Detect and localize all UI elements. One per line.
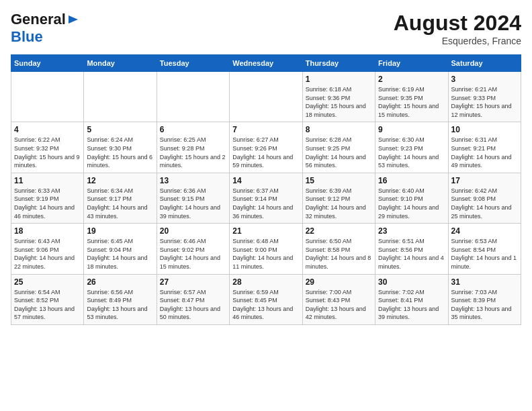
day-info: Sunrise: 6:48 AM Sunset: 9:00 PM Dayligh… bbox=[232, 237, 299, 271]
table-row: 20Sunrise: 6:46 AM Sunset: 9:02 PM Dayli… bbox=[157, 224, 229, 274]
day-number: 26 bbox=[87, 277, 153, 287]
day-number: 24 bbox=[451, 226, 518, 236]
logo-arrow-icon bbox=[67, 13, 79, 26]
day-info: Sunrise: 6:53 AM Sunset: 8:54 PM Dayligh… bbox=[451, 237, 518, 271]
day-info: Sunrise: 6:30 AM Sunset: 9:23 PM Dayligh… bbox=[378, 136, 445, 169]
table-row: 15Sunrise: 6:39 AM Sunset: 9:12 PM Dayli… bbox=[302, 173, 375, 223]
table-row: 11Sunrise: 6:33 AM Sunset: 9:19 PM Dayli… bbox=[11, 173, 84, 223]
day-info: Sunrise: 6:22 AM Sunset: 9:32 PM Dayligh… bbox=[14, 136, 81, 169]
table-row: 3Sunrise: 6:21 AM Sunset: 9:33 PM Daylig… bbox=[448, 72, 521, 122]
day-number: 23 bbox=[378, 226, 445, 236]
table-row: 19Sunrise: 6:45 AM Sunset: 9:04 PM Dayli… bbox=[84, 224, 157, 274]
day-info: Sunrise: 7:03 AM Sunset: 8:39 PM Dayligh… bbox=[451, 288, 518, 322]
table-row: 14Sunrise: 6:37 AM Sunset: 9:14 PM Dayli… bbox=[230, 173, 302, 223]
day-number: 20 bbox=[160, 226, 226, 236]
day-number: 7 bbox=[232, 125, 299, 134]
table-row: 5Sunrise: 6:24 AM Sunset: 9:30 PM Daylig… bbox=[84, 122, 157, 173]
logo-text-blue: Blue bbox=[11, 28, 43, 45]
col-friday: Friday bbox=[375, 55, 448, 72]
day-number: 10 bbox=[451, 125, 518, 134]
day-number: 11 bbox=[14, 176, 81, 185]
col-saturday: Saturday bbox=[448, 55, 521, 72]
calendar-table: Sunday Monday Tuesday Wednesday Thursday… bbox=[11, 54, 521, 325]
table-row: 8Sunrise: 6:28 AM Sunset: 9:25 PM Daylig… bbox=[302, 122, 375, 173]
table-row: 25Sunrise: 6:54 AM Sunset: 8:52 PM Dayli… bbox=[11, 274, 84, 324]
day-number: 29 bbox=[306, 277, 372, 287]
table-row: 21Sunrise: 6:48 AM Sunset: 9:00 PM Dayli… bbox=[230, 224, 302, 274]
day-info: Sunrise: 6:28 AM Sunset: 9:25 PM Dayligh… bbox=[306, 136, 372, 169]
day-number: 16 bbox=[378, 176, 445, 185]
day-number: 18 bbox=[14, 226, 81, 236]
table-row: 26Sunrise: 6:56 AM Sunset: 8:49 PM Dayli… bbox=[84, 274, 157, 324]
table-row: 4Sunrise: 6:22 AM Sunset: 9:32 PM Daylig… bbox=[11, 122, 84, 173]
day-info: Sunrise: 6:25 AM Sunset: 9:28 PM Dayligh… bbox=[160, 136, 226, 169]
day-number: 30 bbox=[378, 277, 445, 287]
table-row: 9Sunrise: 6:30 AM Sunset: 9:23 PM Daylig… bbox=[375, 122, 448, 173]
table-row: 24Sunrise: 6:53 AM Sunset: 8:54 PM Dayli… bbox=[448, 224, 521, 274]
table-row bbox=[157, 72, 229, 122]
svg-marker-0 bbox=[69, 15, 78, 24]
day-number: 8 bbox=[306, 125, 372, 134]
calendar-week-row: 11Sunrise: 6:33 AM Sunset: 9:19 PM Dayli… bbox=[11, 173, 521, 223]
day-number: 6 bbox=[160, 125, 226, 134]
day-info: Sunrise: 6:40 AM Sunset: 9:10 PM Dayligh… bbox=[378, 187, 445, 220]
day-info: Sunrise: 6:45 AM Sunset: 9:04 PM Dayligh… bbox=[87, 237, 153, 271]
location-label: Esquerdes, France bbox=[394, 36, 521, 46]
day-number: 13 bbox=[160, 176, 226, 185]
day-number: 28 bbox=[232, 277, 299, 287]
calendar-week-row: 1Sunrise: 6:18 AM Sunset: 9:36 PM Daylig… bbox=[11, 72, 521, 122]
table-row: 23Sunrise: 6:51 AM Sunset: 8:56 PM Dayli… bbox=[375, 224, 448, 274]
day-number: 4 bbox=[14, 125, 81, 134]
table-row: 10Sunrise: 6:31 AM Sunset: 9:21 PM Dayli… bbox=[448, 122, 521, 173]
page-header: General Blue August 2024 Esquerdes, Fran… bbox=[11, 11, 521, 46]
col-sunday: Sunday bbox=[11, 55, 84, 72]
day-info: Sunrise: 6:37 AM Sunset: 9:14 PM Dayligh… bbox=[232, 187, 299, 220]
day-number: 14 bbox=[232, 176, 299, 185]
day-number: 19 bbox=[87, 226, 153, 236]
day-info: Sunrise: 6:24 AM Sunset: 9:30 PM Dayligh… bbox=[87, 136, 153, 169]
day-number: 5 bbox=[87, 125, 153, 134]
table-row: 28Sunrise: 6:59 AM Sunset: 8:45 PM Dayli… bbox=[230, 274, 302, 324]
table-row: 27Sunrise: 6:57 AM Sunset: 8:47 PM Dayli… bbox=[157, 274, 229, 324]
calendar-week-row: 18Sunrise: 6:43 AM Sunset: 9:06 PM Dayli… bbox=[11, 224, 521, 274]
day-info: Sunrise: 6:27 AM Sunset: 9:26 PM Dayligh… bbox=[232, 136, 299, 169]
table-row: 6Sunrise: 6:25 AM Sunset: 9:28 PM Daylig… bbox=[157, 122, 229, 173]
day-info: Sunrise: 6:33 AM Sunset: 9:19 PM Dayligh… bbox=[14, 187, 81, 220]
day-info: Sunrise: 6:57 AM Sunset: 8:47 PM Dayligh… bbox=[160, 288, 226, 322]
day-info: Sunrise: 6:39 AM Sunset: 9:12 PM Dayligh… bbox=[306, 187, 372, 220]
day-number: 31 bbox=[451, 277, 518, 287]
day-info: Sunrise: 6:43 AM Sunset: 9:06 PM Dayligh… bbox=[14, 237, 81, 271]
day-number: 22 bbox=[306, 226, 372, 236]
day-number: 27 bbox=[160, 277, 226, 287]
table-row: 30Sunrise: 7:02 AM Sunset: 8:41 PM Dayli… bbox=[375, 274, 448, 324]
table-row bbox=[230, 72, 302, 122]
day-number: 12 bbox=[87, 176, 153, 185]
day-info: Sunrise: 6:50 AM Sunset: 8:58 PM Dayligh… bbox=[306, 237, 372, 271]
day-number: 15 bbox=[306, 176, 372, 185]
calendar-header-row: Sunday Monday Tuesday Wednesday Thursday… bbox=[11, 55, 521, 72]
table-row bbox=[84, 72, 157, 122]
table-row: 7Sunrise: 6:27 AM Sunset: 9:26 PM Daylig… bbox=[230, 122, 302, 173]
table-row: 29Sunrise: 7:00 AM Sunset: 8:43 PM Dayli… bbox=[302, 274, 375, 324]
day-number: 1 bbox=[306, 75, 372, 84]
day-info: Sunrise: 6:59 AM Sunset: 8:45 PM Dayligh… bbox=[232, 288, 299, 322]
day-info: Sunrise: 6:19 AM Sunset: 9:35 PM Dayligh… bbox=[378, 85, 445, 119]
table-row: 12Sunrise: 6:34 AM Sunset: 9:17 PM Dayli… bbox=[84, 173, 157, 223]
day-info: Sunrise: 6:42 AM Sunset: 9:08 PM Dayligh… bbox=[451, 187, 518, 220]
day-number: 25 bbox=[14, 277, 81, 287]
table-row: 13Sunrise: 6:36 AM Sunset: 9:15 PM Dayli… bbox=[157, 173, 229, 223]
day-info: Sunrise: 6:18 AM Sunset: 9:36 PM Dayligh… bbox=[306, 85, 372, 119]
table-row bbox=[11, 72, 84, 122]
table-row: 18Sunrise: 6:43 AM Sunset: 9:06 PM Dayli… bbox=[11, 224, 84, 274]
day-number: 2 bbox=[378, 75, 445, 84]
logo-text-general: General bbox=[11, 11, 66, 28]
day-info: Sunrise: 6:54 AM Sunset: 8:52 PM Dayligh… bbox=[14, 288, 81, 322]
table-row: 1Sunrise: 6:18 AM Sunset: 9:36 PM Daylig… bbox=[302, 72, 375, 122]
day-info: Sunrise: 6:34 AM Sunset: 9:17 PM Dayligh… bbox=[87, 187, 153, 220]
day-info: Sunrise: 7:02 AM Sunset: 8:41 PM Dayligh… bbox=[378, 288, 445, 322]
day-number: 21 bbox=[232, 226, 299, 236]
month-year-title: August 2024 bbox=[394, 11, 521, 36]
day-info: Sunrise: 7:00 AM Sunset: 8:43 PM Dayligh… bbox=[306, 288, 372, 322]
day-number: 3 bbox=[451, 75, 518, 84]
day-info: Sunrise: 6:31 AM Sunset: 9:21 PM Dayligh… bbox=[451, 136, 518, 169]
